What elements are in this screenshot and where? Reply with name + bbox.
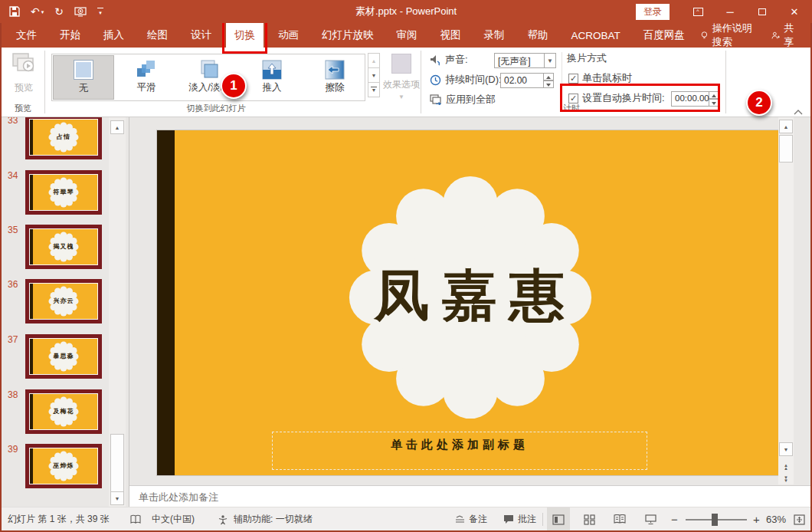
editor-scrollbar[interactable]: ▲ ▼ ▲▲ ▼▼ xyxy=(778,117,794,484)
transition-wipe[interactable]: 擦除 xyxy=(304,55,365,100)
fit-to-window-button[interactable] xyxy=(794,507,805,531)
slide-number: 34 xyxy=(8,170,18,181)
preview-button[interactable]: 预览 xyxy=(6,52,41,104)
slide-number: 33 xyxy=(8,117,18,126)
transition-morph-icon xyxy=(136,60,156,80)
apply-to-all-button[interactable]: 应用到全部 xyxy=(430,93,496,107)
tab-animations[interactable]: 动画 xyxy=(270,23,307,48)
slideshow-view-button[interactable] xyxy=(639,507,662,531)
transition-push[interactable]: 推入 xyxy=(241,55,303,100)
effect-options-button[interactable]: 效果选项 ▼ xyxy=(383,52,420,110)
sound-dropdown-icon[interactable]: ▼ xyxy=(545,53,556,68)
comment-icon xyxy=(503,514,514,524)
notes-toggle-button[interactable]: 备注 xyxy=(455,507,487,531)
slide-thumbnail-35[interactable]: 揭又槐 xyxy=(25,225,102,269)
slide-number: 37 xyxy=(8,334,18,345)
tab-insert[interactable]: 插入 xyxy=(95,23,133,48)
slide-sorter-icon xyxy=(584,514,595,525)
on-mouse-click-checkbox[interactable]: ✓ xyxy=(568,74,578,84)
slide-thumbnail-37[interactable]: 暴思淼 xyxy=(25,334,102,379)
normal-view-button[interactable] xyxy=(547,507,570,531)
duration-label: 持续时间(D): xyxy=(445,73,502,87)
advance-slide-title: 换片方式 xyxy=(567,51,607,65)
tab-design[interactable]: 设计 xyxy=(182,23,220,48)
reading-view-button[interactable] xyxy=(608,507,631,531)
tab-home[interactable]: 开始 xyxy=(51,23,89,48)
normal-view-icon xyxy=(552,514,565,525)
transition-morph[interactable]: 平滑 xyxy=(116,55,177,100)
tab-view[interactable]: 视图 xyxy=(432,23,470,48)
scroll-down-icon[interactable]: ▼ xyxy=(779,442,793,456)
next-slide-icon[interactable]: ▼▼ xyxy=(779,472,793,486)
tab-help[interactable]: 帮助 xyxy=(519,23,557,48)
zoom-level[interactable]: 63% xyxy=(766,507,786,531)
group-separator xyxy=(421,51,421,113)
zoom-slider-thumb[interactable] xyxy=(712,514,718,526)
scrollbar-thumb[interactable] xyxy=(110,434,124,494)
accessibility-icon[interactable] xyxy=(218,507,228,531)
thumbnails-scrollbar[interactable]: ▲ ▼ xyxy=(109,117,126,507)
fit-to-window-icon xyxy=(794,514,805,525)
preview-button-label: 预览 xyxy=(6,81,41,94)
subtitle-placeholder-text: 单击此处添加副标题 xyxy=(273,438,647,452)
slide-thumbnail-39[interactable]: 巫烨烁 xyxy=(25,444,102,488)
subtitle-placeholder[interactable]: 单击此处添加副标题 xyxy=(272,432,647,470)
apply-to-all-label: 应用到全部 xyxy=(446,93,496,107)
title-bar: ↶▾ ↻ ▾ 素材.pptx - PowerPoint 登录 ^ ─ ✕ xyxy=(0,0,812,23)
tab-draw[interactable]: 绘图 xyxy=(139,23,176,48)
minimize-button[interactable]: ─ xyxy=(714,0,746,23)
tab-transitions[interactable]: 切换 xyxy=(226,23,264,48)
lightbulb-icon xyxy=(701,30,708,41)
transition-wipe-icon xyxy=(325,60,345,80)
scrollbar-thumb[interactable] xyxy=(779,135,793,163)
spellcheck-icon[interactable] xyxy=(130,507,141,531)
tab-record[interactable]: 录制 xyxy=(476,23,513,48)
tab-acrobat[interactable]: ACROBAT xyxy=(563,23,629,48)
apply-to-all-icon xyxy=(430,94,442,105)
tab-baidu-netdisk[interactable]: 百度网盘 xyxy=(635,23,693,48)
duration-input[interactable]: 02.00 xyxy=(500,73,544,88)
language-indicator[interactable]: 中文(中国) xyxy=(152,507,195,531)
tell-me-search[interactable]: 操作说明搜索 xyxy=(693,21,765,49)
comments-toggle-button[interactable]: 批注 xyxy=(503,507,536,531)
close-button[interactable]: ✕ xyxy=(778,0,810,23)
transition-none[interactable]: 无 xyxy=(53,55,114,100)
scroll-down-icon[interactable]: ▼ xyxy=(110,491,124,505)
slide-thumbnail-34[interactable]: 符翠琴 xyxy=(25,170,102,215)
slide-number: 36 xyxy=(8,279,18,290)
sound-label: 声音: xyxy=(445,53,468,67)
scroll-up-icon[interactable]: ▲ xyxy=(110,120,124,134)
tab-slideshow[interactable]: 幻灯片放映 xyxy=(313,23,382,48)
slide-thumbnail-33[interactable]: 占情 xyxy=(25,117,102,159)
notes-pane[interactable]: 单击此处添加备注 xyxy=(129,485,810,507)
collapse-ribbon-icon[interactable] xyxy=(794,107,803,117)
preview-icon xyxy=(11,52,36,75)
tab-review[interactable]: 审阅 xyxy=(388,23,426,48)
annotation-step-2: 2 xyxy=(746,90,772,116)
transition-gallery: 无 平滑 淡入/淡出 推入 xyxy=(51,54,365,101)
ribbon-display-options-icon[interactable]: ^ xyxy=(682,0,714,23)
slide-number: 39 xyxy=(8,444,18,455)
share-button[interactable]: 共享 xyxy=(764,21,812,49)
duration-spin-down-icon[interactable] xyxy=(544,80,554,88)
slide-sorter-view-button[interactable] xyxy=(578,507,601,531)
slide-thumbnail-38[interactable]: 及梅花 xyxy=(25,389,102,434)
transition-fade-icon xyxy=(199,60,219,80)
current-slide-canvas[interactable]: 凤嘉惠 单击此处添加副标题 xyxy=(157,130,781,475)
gallery-more-icon[interactable]: ▼ xyxy=(368,82,380,97)
gallery-scroll-up-icon[interactable]: ▲ xyxy=(368,53,380,68)
maximize-button[interactable] xyxy=(746,0,778,23)
duration-spin-up-icon[interactable] xyxy=(544,73,554,80)
slide-thumbnail-36[interactable]: 兴亦云 xyxy=(25,279,102,323)
zoom-out-button[interactable]: − xyxy=(671,507,678,531)
notes-icon xyxy=(455,515,465,524)
login-button[interactable]: 登录 xyxy=(636,4,670,20)
gallery-scroll-down-icon[interactable]: ▼ xyxy=(368,67,380,83)
sound-select-value[interactable]: [无声音] xyxy=(494,53,545,68)
tab-file[interactable]: 文件 xyxy=(8,23,45,48)
slide-title-text[interactable]: 凤嘉惠 xyxy=(157,259,781,333)
scroll-up-icon[interactable]: ▲ xyxy=(779,120,793,133)
zoom-slider[interactable] xyxy=(686,507,747,531)
zoom-in-button[interactable]: + xyxy=(753,507,760,531)
reading-view-icon xyxy=(614,514,626,524)
